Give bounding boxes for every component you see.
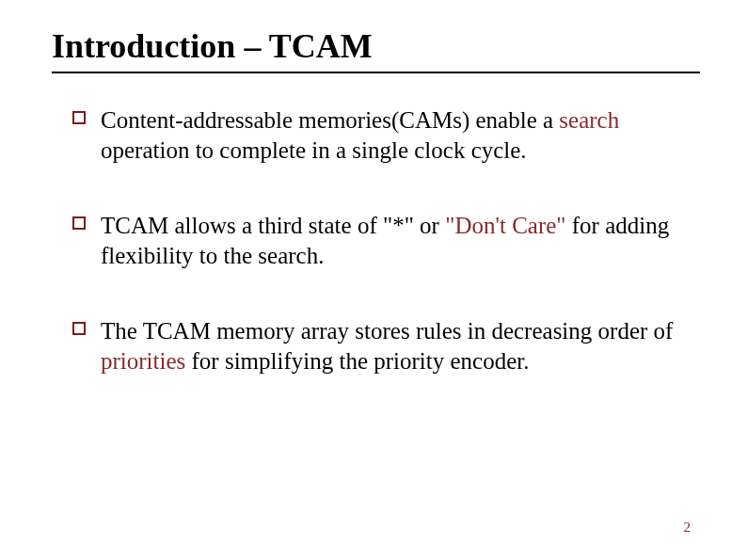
square-bullet-icon [72,111,86,124]
square-bullet-icon [72,216,86,230]
bullet-text-post: for simplifying the priority encoder. [185,348,529,374]
bullet-text-accent: priorities [101,348,185,374]
slide-title: Introduction – TCAM [52,26,700,73]
bullet-text-pre: The TCAM memory array stores rules in de… [101,318,673,344]
list-item: TCAM allows a third state of "*" or "Don… [72,211,700,271]
bullet-text-accent: "Don't Care" [445,213,565,238]
square-bullet-icon [72,322,86,335]
page-number: 2 [684,520,691,536]
list-item: The TCAM memory array stores rules in de… [72,316,700,376]
bullet-text-pre: TCAM allows a third state of "*" or [101,213,445,238]
bullet-text-accent: search [559,107,619,133]
bullet-text-post: operation to complete in a single clock … [101,137,527,163]
list-item: Content-addressable memories(CAMs) enabl… [72,105,700,166]
bullet-list: Content-addressable memories(CAMs) enabl… [52,105,700,376]
bullet-text-pre: Content-addressable memories(CAMs) enabl… [101,107,559,133]
